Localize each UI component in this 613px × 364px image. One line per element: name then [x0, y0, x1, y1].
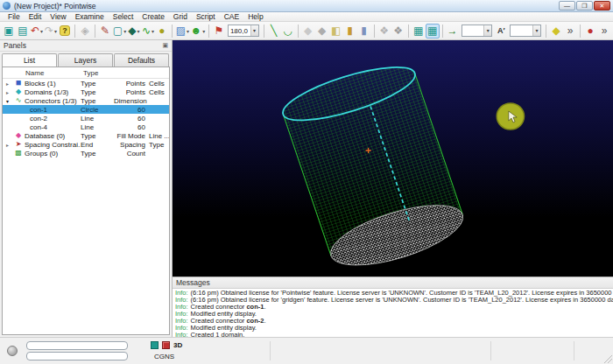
trackball-button[interactable]: ●	[155, 24, 169, 38]
entity-type: Type	[81, 97, 114, 105]
assemble-block-gold-button[interactable]: ▮	[343, 24, 357, 38]
dimension-mode-label[interactable]: 3D	[173, 341, 182, 349]
panels-float-icon[interactable]: ▣	[162, 42, 168, 49]
solve-grid-button[interactable]: ▦	[412, 24, 426, 38]
tree-row-database-0[interactable]: ◆Database (0)TypeFill ModeLine ...	[3, 131, 169, 140]
layer-indicator-icon[interactable]	[151, 341, 159, 349]
tab-list[interactable]: List	[2, 53, 57, 66]
database-icon: ◆	[12, 131, 25, 140]
dropdown-caret-icon[interactable]: ▾	[40, 28, 43, 34]
overflow-1-button[interactable]: »	[563, 24, 577, 38]
tree-column-type[interactable]: Type	[83, 69, 169, 77]
dropdown-arrow-icon[interactable]: ▾	[483, 25, 491, 36]
examine-icon: ●	[587, 24, 593, 38]
angle-combo[interactable]: 180,0▾	[228, 24, 259, 37]
expander-icon[interactable]: ▸	[3, 80, 12, 87]
expander-icon[interactable]: ▸	[3, 142, 12, 148]
dropdown-caret-icon[interactable]: ▾	[202, 28, 205, 34]
resize-grip[interactable]	[603, 354, 612, 363]
expander-icon[interactable]: ▸	[3, 89, 12, 95]
menu-edit[interactable]: Edit	[25, 12, 46, 21]
tree-row-con-1[interactable]: con-1Circle60	[3, 105, 169, 114]
minimize-button[interactable]: —	[559, 1, 575, 10]
display-attributes-button[interactable]: ✎	[98, 24, 112, 38]
domain-structured-button[interactable]: ◆	[301, 24, 315, 38]
menu-script[interactable]: Script	[192, 12, 220, 21]
undo-button[interactable]: ↶▾	[30, 24, 44, 38]
view-style-button[interactable]: ▢▾	[112, 24, 127, 38]
assemble-special-1-button[interactable]: ❖	[377, 24, 391, 38]
status-divider	[270, 341, 271, 360]
menu-select[interactable]: Select	[109, 12, 138, 21]
dropdown-arrow-icon[interactable]: ▾	[250, 25, 258, 36]
solver-cube-icon[interactable]	[162, 341, 170, 349]
dropdown-caret-icon[interactable]: ▾	[123, 28, 126, 34]
menu-create[interactable]: Create	[137, 12, 169, 21]
dropdown-caret-icon[interactable]: ▾	[54, 28, 57, 34]
menu-cae[interactable]: CAE	[220, 12, 243, 21]
dropdown-caret-icon[interactable]: ▾	[187, 28, 189, 34]
dimension-flag-button[interactable]: ⚑	[212, 24, 226, 38]
tree-row-con-4[interactable]: con-4Line60	[3, 122, 169, 131]
mask-button[interactable]: ☻▾	[190, 24, 206, 38]
tree-row-groups-0[interactable]: ▩Groups (0)TypeCount	[3, 149, 169, 158]
menu-help[interactable]: Help	[243, 12, 267, 21]
redo-button[interactable]: ↷▾	[44, 24, 58, 38]
tab-layers[interactable]: Layers	[58, 53, 113, 66]
connectors-icon: ∿	[12, 96, 25, 105]
trackball-icon: ●	[159, 24, 165, 38]
export-button[interactable]: ▤	[16, 24, 30, 38]
shade-button[interactable]: ◆▾	[127, 24, 141, 38]
solve-grid-selected-button[interactable]: ▦	[426, 24, 440, 38]
entity-col4: Cells	[149, 88, 170, 96]
solve-grid-selected-icon: ▦	[427, 24, 437, 38]
tree-row-connectors-1-3[interactable]: ▾∿Connectors (1/3)TypeDimension	[3, 96, 169, 105]
snapshot-button[interactable]: ▨▾	[175, 24, 190, 38]
tab-defaults[interactable]: Defaults	[114, 53, 169, 66]
tree-row-domains-1-3[interactable]: ▸◆Domains (1/3)TypePointsCells	[3, 88, 169, 96]
entity-name: Spacing Constrai...	[25, 141, 81, 149]
tree-column-name[interactable]: Name	[3, 69, 83, 77]
spacing-button[interactable]: →	[446, 24, 460, 38]
window-title: (New Project)* Pointwise	[14, 2, 559, 10]
spacing-combo[interactable]: ▾	[462, 24, 493, 37]
dropdown-caret-icon[interactable]: ▾	[151, 28, 154, 34]
tree-row-spacing-constrai[interactable]: ▸➤Spacing Constrai...EndSpacingType	[3, 140, 169, 149]
show-hide-button[interactable]: ◈	[78, 24, 92, 38]
tree-row-blocks-1[interactable]: ▸◼Blocks (1)TypePointsCells	[3, 79, 169, 88]
cursor-ball	[497, 103, 524, 130]
entity-type: Circle	[81, 106, 114, 114]
expander-icon[interactable]: ▾	[3, 98, 12, 104]
overflow-2-button[interactable]: »	[597, 24, 611, 38]
curve-button[interactable]: ◡	[281, 24, 295, 38]
trim-surface-button[interactable]: ◧	[329, 24, 343, 38]
maximize-button[interactable]: ❐	[576, 1, 593, 10]
trim-surface-icon: ◧	[331, 24, 341, 38]
create-connector-button[interactable]: ∿▾	[141, 24, 155, 38]
tree-row-con-2[interactable]: con-2Line60	[3, 114, 169, 122]
assemble-special-2-button[interactable]: ❖	[391, 24, 405, 38]
toolbar-separator	[298, 24, 299, 38]
snapshot-icon: ▨	[176, 24, 186, 38]
status-field-1[interactable]	[26, 341, 128, 350]
save-button[interactable]: ▣	[2, 24, 16, 38]
dimension-text-icon: A′	[497, 24, 505, 38]
surface-fit-button[interactable]: ◆	[549, 24, 563, 38]
menu-grid[interactable]: Grid	[169, 12, 192, 21]
help-button[interactable]: ?	[58, 24, 72, 38]
display-3d-viewport[interactable]	[173, 40, 613, 276]
menu-view[interactable]: View	[46, 12, 70, 21]
domain-unstructured-button[interactable]: ◆	[315, 24, 329, 38]
menu-file[interactable]: File	[4, 12, 25, 21]
menu-examine[interactable]: Examine	[71, 12, 109, 21]
spacing-icon: →	[447, 24, 458, 38]
assemble-block-blue-button[interactable]: ▮	[357, 24, 371, 38]
close-button[interactable]: ✕	[594, 1, 610, 10]
dimension-text-button[interactable]: A′	[494, 24, 508, 38]
dropdown-arrow-icon[interactable]: ▾	[532, 25, 540, 36]
dimension-combo[interactable]: ▾	[510, 24, 541, 37]
two-point-line-button[interactable]: ╲	[267, 24, 281, 38]
status-field-2[interactable]	[26, 352, 128, 360]
examine-button[interactable]: ●	[583, 24, 597, 38]
dropdown-caret-icon[interactable]: ▾	[137, 28, 140, 34]
